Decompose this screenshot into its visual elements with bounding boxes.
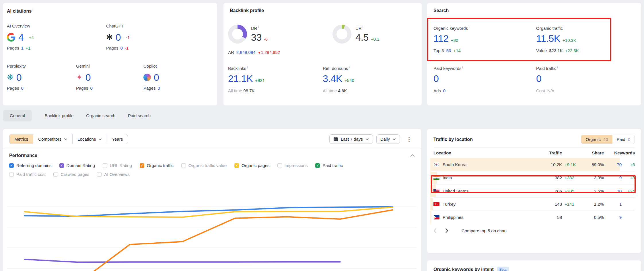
location-table-header: Location Traffic Share Keywords (427, 148, 641, 158)
organic-keywords-value[interactable]: 112 (433, 33, 449, 44)
cost-label: Cost (536, 88, 545, 93)
ads-value[interactable]: 0 (443, 88, 445, 93)
table-row-united-states[interactable]: United States 286 +285 2.5% 30 +24 (433, 184, 635, 197)
ref-domains-label[interactable]: Ref. domains (323, 65, 417, 71)
keywords-value[interactable]: 9 (604, 175, 622, 180)
ar-label: AR (228, 50, 234, 55)
ar-value[interactable]: 2,848,084 (236, 50, 256, 55)
paid-keywords-label[interactable]: Paid keywords (433, 65, 528, 71)
checkbox-paid-traffic[interactable]: Paid traffic (315, 163, 343, 168)
ai-citations-card: AI citations AI Overview 4 +4 Pages1+1 C… (3, 3, 217, 105)
traffic-delta: +141 (562, 202, 581, 207)
ai-citations-title: AI citations (7, 8, 33, 14)
perplexity-pages[interactable]: 0 (21, 86, 24, 91)
more-options-button[interactable]: ⋮ (403, 136, 415, 143)
dr-donut-chart (228, 25, 247, 44)
copilot-label: Copilot (143, 64, 160, 68)
paid-traffic-value[interactable]: 0 (536, 73, 541, 84)
date-range-button[interactable]: Last 7 days (329, 134, 373, 144)
granularity-button[interactable]: Daily (376, 134, 400, 144)
location-table-rows: South Korea 10.2K +9.1K 89.0% 70 +6 Indi… (433, 158, 635, 224)
alltime-label: All time (228, 88, 242, 93)
col-share[interactable]: Share (581, 150, 604, 155)
compare-top5-link[interactable]: Compare top 5 on chart (462, 228, 507, 233)
checkbox-organic-traffic[interactable]: Organic traffic (140, 163, 174, 168)
checkbox-paid-traffic-cost[interactable]: Paid traffic cost (9, 172, 46, 177)
toggle-paid[interactable]: Paid0 (612, 135, 635, 144)
chatgpt-icon: ✻ (106, 33, 113, 42)
traffic-delta: +285 (562, 188, 581, 193)
chatgpt-pages[interactable]: 0 (120, 46, 123, 50)
paid-count: 0 (628, 137, 630, 142)
top3-value[interactable]: 53 (446, 48, 451, 53)
keywords-by-intent-card: Organic keywords by intent Beta (427, 260, 641, 271)
years-button[interactable]: Years (107, 134, 128, 144)
toggle-organic[interactable]: Organic40 (581, 135, 612, 144)
ur-delta: +0.1 (371, 37, 380, 42)
keywords-value[interactable]: 9 (604, 215, 622, 220)
performance-line-chart (3, 195, 421, 271)
chatgpt-stat: ChatGPT ✻ 0 -1 Pages0-1 (106, 23, 130, 50)
organic-traffic-delta: +10.3K (563, 38, 576, 43)
paid-keywords-value[interactable]: 0 (433, 73, 439, 84)
keywords-value[interactable]: 30 (604, 188, 622, 193)
checkbox-referring-domains[interactable]: Referring domains (9, 163, 52, 168)
checkbox-organic-pages[interactable]: Organic pages (234, 163, 270, 168)
pages-label: Pages (7, 86, 19, 91)
keywords-by-intent-title: Organic keywords by intent (433, 267, 494, 271)
backlinks-label[interactable]: Backlinks (228, 65, 323, 71)
ads-label: Ads (433, 88, 441, 93)
share-value: 0.5% (581, 215, 604, 220)
chatgpt-delta: -1 (126, 35, 130, 40)
checkbox-ai-overviews[interactable]: AI Overviews (97, 172, 129, 177)
tab-general[interactable]: General (3, 110, 32, 121)
paid-traffic-label[interactable]: Paid traffic (536, 65, 631, 71)
tab-backlink-profile[interactable]: Backlink profile (44, 110, 73, 121)
table-row-philippines[interactable]: Philippines 58 0.5% 9 (433, 211, 635, 224)
dr-label[interactable]: DR (251, 25, 268, 31)
col-keywords[interactable]: Keywords (604, 150, 635, 155)
collapse-chevron-up-icon[interactable] (410, 154, 415, 157)
flag-united-states-icon (433, 189, 439, 193)
ur-label[interactable]: UR (355, 25, 379, 31)
ai-overview-stat: AI Overview 4 +4 Pages1+1 (7, 23, 34, 50)
col-traffic[interactable]: Traffic (537, 150, 562, 155)
checkbox-domain-rating[interactable]: Domain Rating (59, 163, 95, 168)
gemini-stat: Gemini ✦ 0 Pages0 (76, 64, 93, 91)
col-location[interactable]: Location (433, 150, 537, 155)
ref-domains-value[interactable]: 3.4K (323, 73, 342, 84)
tab-paid-search[interactable]: Paid search (128, 110, 151, 121)
ai-overview-pages[interactable]: 1 (21, 46, 24, 50)
pages-label: Pages (143, 86, 156, 91)
backlinks-alltime: 98.7K (243, 88, 254, 93)
backlinks-value[interactable]: 21.1K (228, 73, 253, 84)
performance-card: Metrics Competitors Locations Years Last… (3, 129, 421, 271)
organic-traffic-label[interactable]: Organic traffic (536, 25, 631, 31)
next-page-icon[interactable] (445, 228, 448, 233)
checkbox-impressions[interactable]: Impressions (277, 163, 308, 168)
locations-dropdown[interactable]: Locations (72, 134, 107, 144)
keywords-value[interactable]: 70 (604, 162, 622, 167)
organic-count: 40 (603, 137, 608, 142)
location-name: India (443, 175, 452, 180)
checkbox-organic-traffic-value[interactable]: Organic traffic value (181, 163, 227, 168)
metrics-button[interactable]: Metrics (9, 134, 33, 144)
prev-page-icon[interactable] (433, 228, 437, 233)
competitors-dropdown[interactable]: Competitors (33, 134, 72, 144)
checkbox-url-rating[interactable]: URL Rating (103, 163, 132, 168)
copilot-pages[interactable]: 0 (158, 86, 160, 91)
table-row-india[interactable]: India 382 +382 3.3% 9 +8 (433, 171, 635, 184)
organic-keywords-label[interactable]: Organic keywords (433, 25, 528, 31)
gemini-pages[interactable]: 0 (90, 86, 93, 91)
gemini-label: Gemini (76, 64, 93, 68)
checkbox-crawled-pages[interactable]: Crawled pages (53, 172, 89, 177)
organic-traffic-value[interactable]: 11.5K (536, 33, 560, 44)
flag-india-icon (433, 176, 439, 180)
table-row-turkey[interactable]: Turkey 143 +141 1.2% 1 (433, 197, 635, 211)
search-card: Search Organic keywords 112+30 Top 353+1… (427, 3, 641, 105)
keywords-value[interactable]: 1 (604, 202, 622, 207)
tab-organic-search[interactable]: Organic search (86, 110, 115, 121)
table-row-south-korea[interactable]: South Korea 10.2K +9.1K 89.0% 70 +6 (433, 158, 635, 171)
backlink-profile-title: Backlink profile (230, 8, 264, 13)
chart-config-segmented-control: Metrics Competitors Locations Years (9, 134, 128, 144)
